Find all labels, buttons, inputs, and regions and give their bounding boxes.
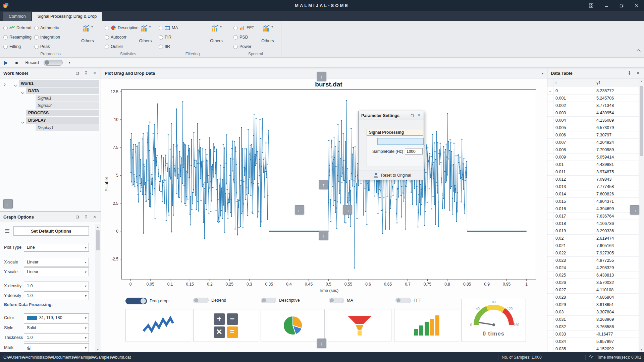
expander-icon[interactable] [21,89,24,95]
tree-item-work1[interactable]: Work1 [0,80,101,87]
table-row[interactable]: 0.0147.600826 [547,190,639,198]
ribbon-option-psd[interactable]: PSD [233,34,254,41]
close-panel-icon[interactable]: ✕ [92,71,97,76]
table-row[interactable]: 0.0217.905164 [547,242,639,249]
radio-button[interactable] [3,26,8,30]
ribbon-others-preprocess[interactable]: ▾Others [77,24,98,51]
toggle-track[interactable] [329,298,344,303]
table-row[interactable]: 0.0234.977255 [547,257,639,264]
float-panel-icon[interactable] [74,71,80,76]
record-toggle[interactable] [44,60,63,66]
ribbon-option-integration[interactable]: Integration [34,34,60,41]
x-scale-select[interactable]: Linear▾ [24,258,89,266]
table-row[interactable]: 0.014.439881 [547,161,639,168]
close-panel-icon[interactable]: ✕ [92,215,97,220]
style-select[interactable]: Solid▾ [24,323,89,332]
pin-icon[interactable] [83,215,89,220]
table-row[interactable]: 0.0345.957897 [547,338,639,345]
scrollbar-thumb[interactable] [640,86,643,156]
table-row[interactable]: 0.0177.636764 [547,213,639,220]
close-button[interactable] [629,0,644,11]
column-header-t[interactable]: t [553,78,594,87]
table-row[interactable]: 0.0028.771348 [547,102,639,109]
table-row[interactable]: 0.0274.110108 [547,286,639,294]
ribbon-option-outlier[interactable]: Outlier [105,43,139,50]
tab-signal-processing[interactable]: Signal Processing: Drag & Drop [32,12,102,21]
drag-card-line-chart[interactable] [125,309,191,342]
float-panel-icon[interactable] [74,215,80,220]
graph-options-scrollbar[interactable]: ▲ ▼ [95,224,100,352]
toggle-track[interactable] [395,298,411,303]
chevron-down-icon[interactable]: ▾ [542,71,543,75]
stop-button[interactable]: ■ [15,60,18,65]
mark-select[interactable]: 점▾ [24,343,89,352]
ribbon-others-filtering[interactable]: ▾Others [206,24,227,51]
tree-item-data[interactable]: DATA [0,87,101,95]
toggle-ma[interactable]: MA [329,298,353,303]
table-row[interactable]: 0.0256.438813 [547,272,639,279]
y-scale-select[interactable]: Linear▾ [24,267,89,276]
close-panel-icon[interactable]: ✕ [635,71,641,76]
scrollbar-thumb[interactable] [96,230,100,250]
radio-button[interactable] [105,26,109,30]
tree-item-process[interactable]: PROCESS [0,109,101,117]
toggle-track[interactable] [125,298,147,304]
color-select[interactable]: 31, 119, 180▾ [24,313,89,322]
table-row[interactable]: 0.0193.290336 [547,227,639,235]
table-row[interactable]: →08.235772 [547,87,639,95]
table-row[interactable]: 0.0284.686804 [547,294,639,301]
radio-button[interactable] [105,35,109,40]
table-row[interactable]: 0.0227.927305 [547,249,639,257]
table-row[interactable]: 0.0056.573079 [547,124,639,131]
toggle-descriptive[interactable]: Descriptive [261,298,300,303]
radio-button[interactable] [159,26,163,30]
data-table-scrollbar[interactable]: ▲ ▼ [639,78,644,352]
minimize-button[interactable] [599,0,614,11]
table-row[interactable]: 0.0318.263969 [547,316,639,323]
drag-card-spectral[interactable] [394,309,459,342]
radio-button[interactable] [3,35,8,40]
ribbon-option-autocorr[interactable]: Autocorr [105,34,139,41]
set-default-options-button[interactable]: Set Default Options [13,226,89,236]
toggle-track[interactable] [193,298,209,303]
expander-icon[interactable] [14,81,16,87]
table-row[interactable]: 0.0015.245706 [547,95,639,102]
chevron-down-icon[interactable]: ▾ [220,25,222,28]
ribbon-others-statistics[interactable]: ▾Others [139,24,152,51]
ribbon-option-power[interactable]: Power [233,43,254,50]
expander-icon[interactable] [21,118,24,124]
sample-rate-input[interactable] [405,148,423,155]
column-header-y1[interactable]: y1 [594,78,639,87]
ribbon-option-descriptive[interactable]: Descriptive [105,24,139,31]
scroll-up-icon[interactable]: ▲ [95,224,100,230]
scroll-down-icon[interactable]: ▼ [95,347,100,352]
radio-button[interactable] [105,45,109,49]
ribbon-option-ma[interactable]: MA [159,24,178,31]
ribbon-others-spectral[interactable]: ▾Others [257,24,278,51]
table-row[interactable]: 0.0067.30797 [547,131,639,139]
table-row[interactable]: 0.0328.768586 [547,323,639,330]
radio-button[interactable] [233,35,238,40]
ribbon-option-fitting[interactable]: Fitting [3,43,32,50]
scroll-down-icon[interactable]: ▼ [639,347,644,352]
record-dropdown-icon[interactable]: ▾ [69,61,70,64]
toggle-drag-drop[interactable]: Drag-drop [125,298,168,304]
table-row[interactable]: 0.0127.09843 [547,176,639,183]
toggle-fft[interactable]: FFT [395,298,421,303]
ribbon-option-iir[interactable]: IIR [159,43,178,50]
table-row[interactable]: 0.0293.918651 [547,301,639,308]
dialog-title-bar[interactable]: Parameter Settings ✕ [359,111,424,120]
radio-button[interactable] [233,26,238,30]
ribbon-option-resampling[interactable]: Resampling [3,34,32,41]
table-row[interactable]: 0.0044.136089 [547,117,639,124]
radio-button[interactable] [3,45,8,49]
drag-card-descriptive[interactable] [261,309,325,342]
tree-item-display1[interactable]: Display1 [0,124,101,131]
table-row[interactable]: 0.0137.777458 [547,183,639,190]
x-density-select[interactable]: 1.0▾ [24,282,89,290]
play-button[interactable]: ▶ [4,60,8,66]
ribbon-option-detrend[interactable]: Detrend [3,24,32,31]
dialog-restore-button[interactable] [409,113,416,119]
radio-button[interactable] [233,45,238,49]
chevron-down-icon[interactable]: ▾ [91,25,93,28]
